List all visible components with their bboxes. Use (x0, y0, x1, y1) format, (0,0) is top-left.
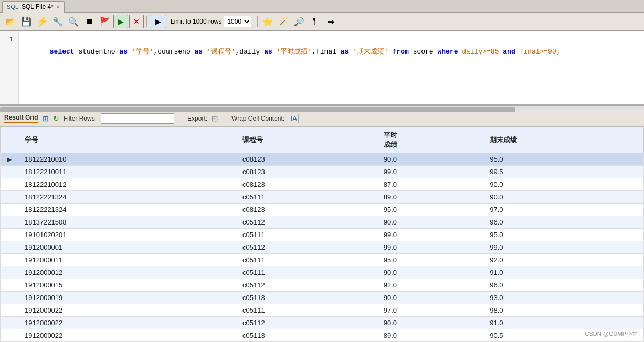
tool-icon: 🔧 (52, 17, 63, 27)
cell-daily: 97.0 (377, 304, 483, 317)
col-header-final: 期末成绩 (483, 127, 644, 153)
sql-file-tab[interactable]: SQL SQL File 4* × (2, 1, 65, 13)
table-row[interactable]: 1912000019c0511390.093.0 (1, 292, 644, 304)
stop-execute-icon: ✕ (133, 17, 140, 26)
row-indicator (1, 241, 18, 254)
row-indicator (1, 304, 18, 317)
cell-courseno: c05111 (236, 254, 377, 266)
table-row[interactable]: 1912000001c0511299.099.0 (1, 241, 644, 254)
table-row[interactable]: 1912000015c0511292.096.0 (1, 279, 644, 292)
search-icon: 🔍 (68, 17, 79, 27)
cell-studentno: 1912000011 (18, 254, 236, 266)
magnify-icon: 🔎 (294, 17, 304, 27)
alias-xuehao: '学号' (132, 48, 154, 56)
magnify-button[interactable]: 🔎 (292, 15, 307, 28)
selected-execute-button[interactable]: ▶ (150, 15, 166, 28)
main-container: 1 select studentno as '学号',courseno as '… (0, 31, 644, 342)
row-indicator (1, 279, 18, 292)
selected-row-arrow: ▶ (7, 156, 12, 163)
table-row[interactable]: 1912000022c0511290.091.0 (1, 317, 644, 329)
arrow-button[interactable]: ➡ (323, 15, 338, 28)
wrap-label: Wrap Cell Content: (231, 115, 284, 122)
tab-close-icon[interactable]: × (57, 4, 60, 10)
scroll-thumb[interactable] (0, 107, 515, 112)
save-button[interactable]: 💾 (19, 15, 34, 28)
row-indicator (1, 166, 18, 178)
open-folder-button[interactable]: 📂 (3, 15, 18, 28)
cell-final: 96.0 (483, 216, 644, 229)
sql-condition: daily>=85 (458, 48, 503, 56)
tab-title: SQL File 4* (22, 3, 54, 10)
table-row[interactable]: 18137221508c0511290.096.0 (1, 216, 644, 229)
cell-studentno: 1912000001 (18, 241, 236, 254)
sql-space-2 (128, 48, 132, 56)
sql-content[interactable]: select studentno as '学号',courseno as '课程… (19, 31, 644, 104)
table-row[interactable]: 18122210011c0812399.099.5 (1, 166, 644, 178)
cell-final: 91.0 (483, 317, 644, 329)
table-row[interactable]: 1912000022c0511197.098.0 (1, 304, 644, 317)
cell-final: 96.0 (483, 279, 644, 292)
refresh-icon[interactable]: ↻ (53, 114, 59, 123)
table-row[interactable]: 19101020201c0511199.095.0 (1, 229, 644, 241)
cell-final: 99.5 (483, 166, 644, 178)
wand-button[interactable]: 🪄 (276, 15, 291, 28)
table-row[interactable]: 1912000011c0511195.092.0 (1, 254, 644, 266)
flag-icon: 🚩 (100, 17, 110, 27)
table-row[interactable]: 1912000022c0511389.090.5 (1, 329, 644, 342)
row-indicator (1, 191, 18, 204)
sql-condition-2: final>=90; (515, 48, 561, 56)
table-row[interactable]: ▶18122210010c0812390.095.0 (1, 153, 644, 166)
result-grid-tab[interactable]: Result Grid (4, 114, 38, 123)
cell-daily: 99.0 (377, 229, 483, 241)
cell-courseno: c08123 (236, 153, 377, 166)
cell-final: 95.0 (483, 229, 644, 241)
flag-button[interactable]: 🚩 (98, 15, 112, 28)
limit-select-dropdown[interactable]: 1000 500 200 100 (224, 16, 251, 27)
paragraph-icon: ¶ (313, 17, 318, 26)
table-row[interactable]: 18122221324c0511189.090.0 (1, 191, 644, 204)
col-header-xuehao: 学号 (18, 127, 236, 153)
sql-space-4 (272, 48, 277, 56)
tab-icon: SQL (7, 4, 18, 10)
line-number-1: 1 (5, 36, 13, 44)
cell-courseno: c08123 (236, 166, 377, 178)
sql-editor[interactable]: 1 select studentno as '学号',courseno as '… (0, 31, 644, 106)
result-section: Result Grid ⊞ ↻ Filter Rows: Export: ⊟ W… (0, 110, 644, 342)
lightning-icon: ⚡ (36, 16, 48, 27)
star-button[interactable]: ⭐ (260, 15, 275, 28)
lightning-button[interactable]: ⚡ (35, 15, 49, 28)
sql-comma-2: ,daily (236, 48, 265, 56)
horizontal-scrollbar[interactable] (0, 106, 644, 110)
cell-final: 90.0 (483, 191, 644, 204)
cell-studentno: 18122210012 (18, 178, 236, 191)
cell-courseno: c05111 (236, 266, 377, 279)
row-indicator (1, 292, 18, 304)
wrap-icon[interactable]: IA (289, 114, 299, 123)
filter-rows-input[interactable] (101, 113, 174, 124)
stop-button[interactable]: ⏹ (82, 15, 97, 28)
data-table-wrapper[interactable]: 学号 课程号 平时成绩 期末成绩 ▶18122210010c0812390.09… (0, 127, 644, 342)
row-indicator (1, 216, 18, 229)
tool-button[interactable]: 🔧 (50, 15, 65, 28)
export-grid-icon[interactable]: ⊟ (212, 114, 218, 123)
execute-button[interactable]: ▶ (113, 15, 128, 28)
keyword-as-4: as (341, 48, 349, 56)
cell-daily: 89.0 (377, 329, 483, 342)
stop-execute-button[interactable]: ✕ (129, 15, 144, 28)
table-row[interactable]: 1912000012c0511190.091.0 (1, 266, 644, 279)
cell-courseno: c05112 (236, 279, 377, 292)
search-button[interactable]: 🔍 (66, 15, 81, 28)
cell-daily: 99.0 (377, 241, 483, 254)
export-label: Export: (187, 115, 207, 122)
cell-daily: 95.0 (377, 204, 483, 216)
cell-final: 97.0 (483, 204, 644, 216)
table-row[interactable]: 18122221324c0812395.097.0 (1, 204, 644, 216)
alias-final: '期末成绩' (353, 48, 388, 56)
cell-courseno: c08123 (236, 178, 377, 191)
keyword-where: where (437, 48, 458, 56)
cell-final: 90.0 (483, 178, 644, 191)
table-row[interactable]: 18122210012c0812387.090.0 (1, 178, 644, 191)
cell-daily: 90.0 (377, 153, 483, 166)
paragraph-button[interactable]: ¶ (308, 15, 322, 28)
row-indicator (1, 266, 18, 279)
